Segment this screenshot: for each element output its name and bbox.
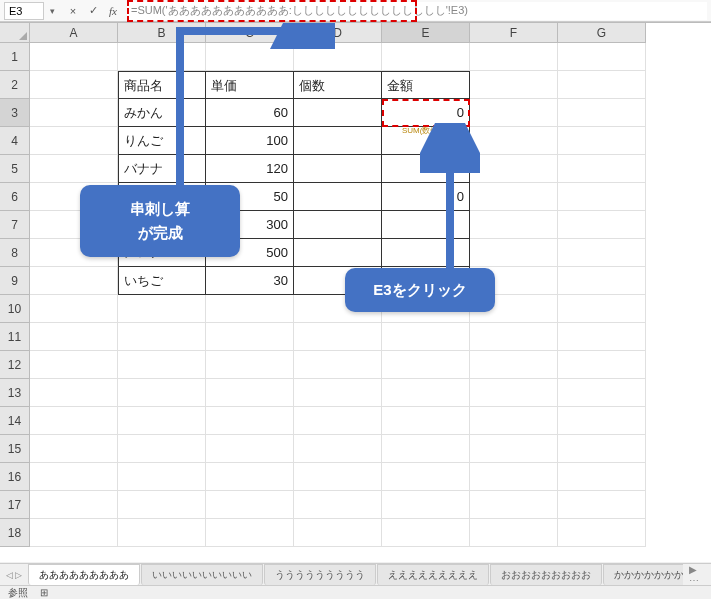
row-header[interactable]: 13 xyxy=(0,379,30,407)
cell[interactable] xyxy=(294,407,382,435)
cell[interactable] xyxy=(30,155,118,183)
cell[interactable] xyxy=(558,351,646,379)
row-header[interactable]: 10 xyxy=(0,295,30,323)
confirm-button[interactable]: ✓ xyxy=(85,3,101,19)
cell[interactable] xyxy=(294,155,382,183)
cell[interactable]: バナナ xyxy=(118,155,206,183)
cell[interactable] xyxy=(118,519,206,547)
cell[interactable] xyxy=(470,491,558,519)
cell[interactable] xyxy=(558,43,646,71)
cell[interactable] xyxy=(206,463,294,491)
cell[interactable] xyxy=(118,295,206,323)
row-header[interactable]: 15 xyxy=(0,435,30,463)
cell[interactable]: 個数 xyxy=(294,71,382,99)
cell[interactable] xyxy=(294,127,382,155)
cell[interactable] xyxy=(558,183,646,211)
col-header[interactable]: F xyxy=(470,23,558,43)
cell[interactable] xyxy=(294,463,382,491)
cell[interactable] xyxy=(470,519,558,547)
formula-input[interactable] xyxy=(127,2,707,20)
cell[interactable] xyxy=(470,155,558,183)
col-header[interactable]: C xyxy=(206,23,294,43)
sheet-tab[interactable]: おおおおおおおおお xyxy=(490,564,602,585)
cell[interactable] xyxy=(470,71,558,99)
cell[interactable] xyxy=(470,351,558,379)
cell[interactable] xyxy=(294,239,382,267)
cell[interactable] xyxy=(558,323,646,351)
cell[interactable] xyxy=(470,463,558,491)
cell[interactable]: いちご xyxy=(118,267,206,295)
cell[interactable] xyxy=(470,323,558,351)
cell[interactable] xyxy=(382,463,470,491)
cell[interactable]: 金額 xyxy=(382,71,470,99)
cell[interactable] xyxy=(558,239,646,267)
cell[interactable]: 単価 xyxy=(206,71,294,99)
cell[interactable]: 商品名 xyxy=(118,71,206,99)
row-header[interactable]: 3 xyxy=(0,99,30,127)
cell[interactable] xyxy=(470,127,558,155)
row-header[interactable]: 9 xyxy=(0,267,30,295)
sheet-tab[interactable]: あああああああああ xyxy=(28,564,140,585)
cell[interactable] xyxy=(206,407,294,435)
cell[interactable] xyxy=(206,491,294,519)
row-header[interactable]: 5 xyxy=(0,155,30,183)
row-header[interactable]: 7 xyxy=(0,211,30,239)
cell[interactable] xyxy=(30,407,118,435)
sheet-tab[interactable]: かかかかかかかかか xyxy=(603,564,683,585)
row-header[interactable]: 8 xyxy=(0,239,30,267)
cell[interactable] xyxy=(558,211,646,239)
cell[interactable]: 30 xyxy=(206,267,294,295)
cell[interactable] xyxy=(558,71,646,99)
cell[interactable] xyxy=(558,435,646,463)
cell[interactable] xyxy=(206,323,294,351)
cell[interactable] xyxy=(30,379,118,407)
cell[interactable] xyxy=(470,435,558,463)
cell[interactable] xyxy=(294,519,382,547)
tab-nav-prev-icon[interactable]: ◁ xyxy=(6,570,13,580)
cell[interactable] xyxy=(382,407,470,435)
row-header[interactable]: 16 xyxy=(0,463,30,491)
cell[interactable] xyxy=(382,491,470,519)
cell[interactable] xyxy=(558,127,646,155)
name-box[interactable] xyxy=(4,2,44,20)
row-header[interactable]: 1 xyxy=(0,43,30,71)
cell[interactable] xyxy=(294,351,382,379)
col-header[interactable]: D xyxy=(294,23,382,43)
cell[interactable] xyxy=(206,351,294,379)
cell[interactable] xyxy=(118,43,206,71)
cell[interactable] xyxy=(118,491,206,519)
cell[interactable] xyxy=(558,267,646,295)
cell[interactable] xyxy=(382,379,470,407)
cell[interactable] xyxy=(30,463,118,491)
cell[interactable] xyxy=(206,435,294,463)
cell[interactable] xyxy=(30,491,118,519)
cell[interactable] xyxy=(558,491,646,519)
tab-nav-next-icon[interactable]: ▷ xyxy=(15,570,22,580)
cell[interactable] xyxy=(382,211,470,239)
cell[interactable] xyxy=(470,183,558,211)
cell[interactable] xyxy=(294,183,382,211)
cell[interactable] xyxy=(558,407,646,435)
cell[interactable] xyxy=(30,351,118,379)
cell[interactable] xyxy=(30,43,118,71)
cell[interactable] xyxy=(30,435,118,463)
row-header[interactable]: 18 xyxy=(0,519,30,547)
cell[interactable] xyxy=(294,99,382,127)
cell[interactable] xyxy=(558,155,646,183)
cell[interactable] xyxy=(118,407,206,435)
cell[interactable] xyxy=(470,211,558,239)
cell[interactable]: 0 xyxy=(382,155,470,183)
cell[interactable]: 60 xyxy=(206,99,294,127)
accessibility-icon[interactable]: ⊞ xyxy=(40,587,48,598)
col-header[interactable]: E xyxy=(382,23,470,43)
name-box-dropdown-icon[interactable]: ▾ xyxy=(50,6,55,16)
cell[interactable] xyxy=(206,519,294,547)
cell[interactable]: 0 xyxy=(382,99,470,127)
cell[interactable]: 100 xyxy=(206,127,294,155)
cell[interactable] xyxy=(30,99,118,127)
cell[interactable] xyxy=(30,267,118,295)
row-header[interactable]: 2 xyxy=(0,71,30,99)
cell[interactable] xyxy=(382,323,470,351)
sheet-tab[interactable]: ううううううううう xyxy=(264,564,376,585)
cell[interactable] xyxy=(470,379,558,407)
